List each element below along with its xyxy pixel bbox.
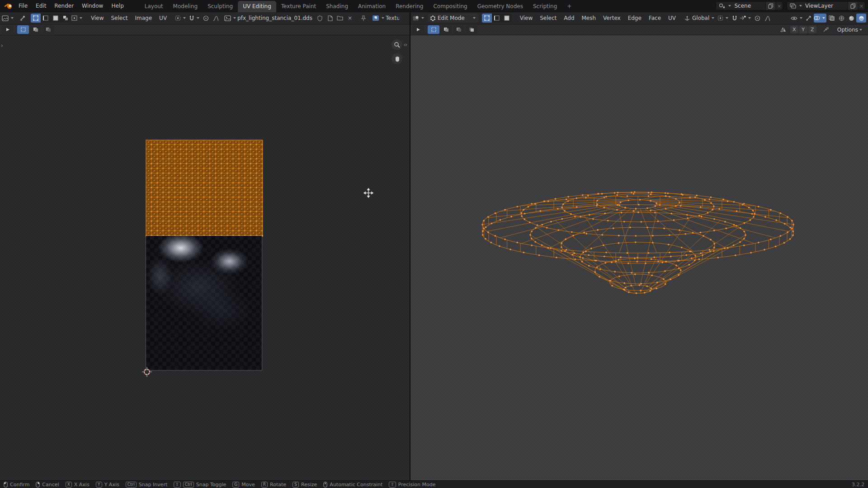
v3d-select-mode-subtract[interactable]: [453, 25, 465, 34]
tab-animation[interactable]: Animation: [353, 1, 391, 12]
browse-image-button[interactable]: [224, 14, 237, 23]
uv-proportional-toggle[interactable]: [201, 14, 211, 23]
v3d-menu-vertex[interactable]: Vertex: [599, 15, 624, 21]
uv-face-select-button[interactable]: [51, 14, 61, 23]
uv-sync-toggle[interactable]: [18, 14, 28, 23]
scene-unlink-button[interactable]: ×: [775, 2, 783, 10]
mirror-z-button[interactable]: Z: [808, 26, 816, 33]
uv-menu-image[interactable]: Image: [132, 15, 156, 21]
image-name-field[interactable]: pfx_lighting_stancia_01.dds: [237, 15, 312, 21]
menu-edit[interactable]: Edit: [32, 0, 50, 12]
snap-toggle[interactable]: [730, 14, 740, 23]
editor-type-button[interactable]: [412, 14, 425, 23]
open-image-button[interactable]: [335, 14, 345, 23]
overlays-toggle[interactable]: [814, 14, 826, 23]
falloff-dropdown[interactable]: [762, 14, 772, 23]
tab-uv-editing[interactable]: UV Editing: [238, 1, 276, 12]
v3d-select-mode-invert[interactable]: [466, 25, 477, 34]
fake-user-toggle[interactable]: [315, 14, 325, 23]
viewport-canvas[interactable]: [410, 35, 868, 480]
v3d-menu-add[interactable]: Add: [560, 15, 578, 21]
shading-material-button[interactable]: [856, 14, 866, 23]
tab-texture-paint[interactable]: Texture Paint: [276, 1, 321, 12]
mode-dropdown[interactable]: Edit Mode: [428, 14, 479, 23]
mirror-dropdown[interactable]: [778, 25, 789, 34]
tab-rendering[interactable]: Rendering: [391, 1, 428, 12]
uv-select-mode-set[interactable]: [17, 25, 29, 34]
vertex-mode-button[interactable]: [482, 14, 492, 23]
edge-mode-button[interactable]: [492, 14, 502, 23]
uv-select-mode-subtract[interactable]: [42, 25, 54, 34]
uv-vertex-select-button[interactable]: [31, 14, 41, 23]
visibility-dropdown[interactable]: [791, 14, 804, 23]
viewlayer-copy-button[interactable]: [848, 2, 858, 10]
pin-image-toggle[interactable]: [359, 14, 368, 23]
uv-falloff-dropdown[interactable]: [211, 14, 221, 23]
menu-render[interactable]: Render: [50, 0, 78, 12]
v3d-menu-edge[interactable]: Edge: [624, 15, 645, 21]
pivot-point-dropdown[interactable]: [175, 14, 187, 23]
v3d-menu-face[interactable]: Face: [645, 15, 665, 21]
region-corner-arrows-icon[interactable]: ‹›: [403, 42, 407, 47]
scene-name[interactable]: Scene: [734, 3, 763, 9]
sticky-select-dropdown[interactable]: [71, 14, 84, 23]
tab-add-workspace[interactable]: +: [562, 1, 576, 12]
xray-toggle[interactable]: [826, 14, 836, 23]
tab-scripting[interactable]: Scripting: [528, 1, 562, 12]
blender-logo[interactable]: [3, 1, 14, 10]
unlink-image-button[interactable]: ×: [345, 14, 355, 23]
tab-modeling[interactable]: Modeling: [168, 1, 203, 12]
tab-shading[interactable]: Shading: [321, 1, 353, 12]
v3d-tool-expand-button[interactable]: [412, 25, 424, 34]
shading-solid-button[interactable]: [846, 14, 856, 23]
v3d-select-mode-extend[interactable]: [440, 25, 452, 34]
tab-layout[interactable]: Layout: [140, 1, 168, 12]
mirror-y-button[interactable]: Y: [799, 26, 807, 33]
v3d-menu-mesh[interactable]: Mesh: [578, 15, 600, 21]
uv-tool-expand-button[interactable]: [2, 25, 14, 34]
v3d-menu-view[interactable]: View: [516, 15, 536, 21]
menu-window[interactable]: Window: [78, 0, 107, 12]
new-image-button[interactable]: [325, 14, 335, 23]
uv-edge-select-button[interactable]: [41, 14, 51, 23]
uv-menu-select[interactable]: Select: [107, 15, 131, 21]
uv-island-mesh[interactable]: [146, 140, 263, 241]
display-channels-label[interactable]: Texture: [386, 15, 399, 21]
uv-island-select-button[interactable]: [61, 14, 71, 23]
display-image-dropdown[interactable]: [372, 14, 386, 23]
snap-target-dropdown[interactable]: [740, 14, 752, 23]
viewlayer-name[interactable]: ViewLayer: [805, 3, 845, 9]
viewlayer-browse-button[interactable]: ViewLayer: [787, 2, 848, 10]
tab-sculpting[interactable]: Sculpting: [203, 1, 238, 12]
pivot-point-dropdown[interactable]: [717, 14, 730, 23]
uv-menu-view[interactable]: View: [87, 15, 107, 21]
viewlayer-remove-button[interactable]: ×: [858, 2, 865, 10]
proportional-toggle[interactable]: [752, 14, 762, 23]
pan-gizmo[interactable]: [392, 53, 402, 64]
panel-toggle-arrow-icon[interactable]: ›: [1, 43, 3, 48]
mirror-x-button[interactable]: X: [790, 26, 798, 33]
shading-wireframe-button[interactable]: [836, 14, 846, 23]
menu-help[interactable]: Help: [107, 0, 127, 12]
v3d-menu-uv[interactable]: UV: [665, 15, 679, 21]
uv-select-mode-extend[interactable]: [30, 25, 42, 34]
v3d-menu-select[interactable]: Select: [536, 15, 560, 21]
cursor-2d-icon[interactable]: [142, 366, 152, 377]
scene-copy-button[interactable]: [765, 2, 775, 10]
uv-menu-uv[interactable]: UV: [156, 15, 170, 21]
face-mode-button[interactable]: [502, 14, 512, 23]
edit-mesh-wireframe[interactable]: [410, 35, 868, 480]
options-dropdown[interactable]: Options: [837, 27, 863, 33]
orientation-dropdown[interactable]: Global: [684, 15, 716, 21]
tab-compositing[interactable]: Compositing: [428, 1, 472, 12]
gizmo-toggle[interactable]: [804, 14, 814, 23]
zoom-gizmo[interactable]: [392, 39, 402, 50]
editor-type-button[interactable]: [2, 14, 15, 23]
v3d-select-mode-set[interactable]: [428, 25, 439, 34]
tab-geometry-nodes[interactable]: Geometry Nodes: [472, 1, 528, 12]
menu-file[interactable]: File: [14, 0, 32, 12]
uv-canvas[interactable]: › ‹›: [0, 35, 410, 480]
scene-browse-button[interactable]: Scene: [716, 2, 765, 10]
snap-options-button[interactable]: [820, 25, 832, 34]
uv-snap-toggle[interactable]: [189, 14, 201, 23]
